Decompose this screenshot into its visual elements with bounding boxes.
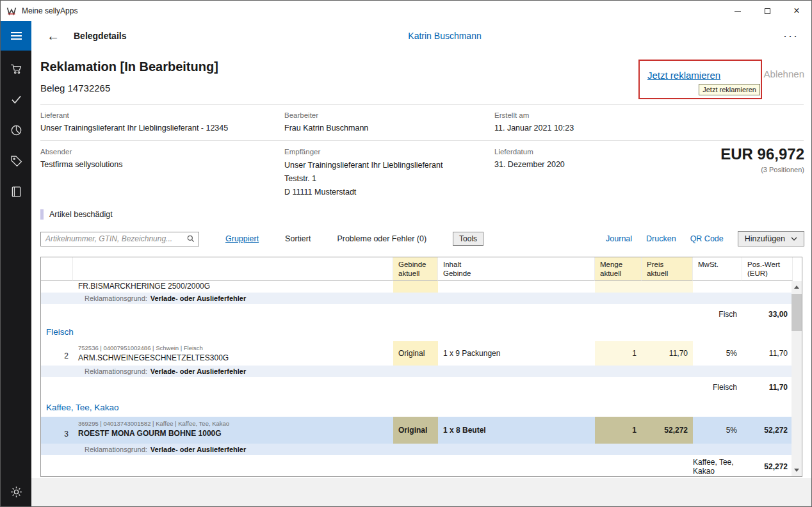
- table-row-selected[interactable]: 3 369295 | 04013743001582 | Kaffee | Kaf…: [41, 417, 793, 444]
- field-absender: Absender Testfirma sellysolutions: [40, 148, 123, 169]
- jetzt-reklamieren-link[interactable]: Jetzt reklamieren: [647, 70, 720, 81]
- toolbar: Gruppiert Sortiert Probleme oder Fehler …: [40, 230, 804, 247]
- row-number-cell: [41, 281, 73, 293]
- field-value: Unser Trainingslieferant Ihr Lieblingsli…: [40, 124, 228, 133]
- footer-strip: [31, 478, 811, 506]
- catalog-book-icon: [10, 185, 23, 198]
- header-gebinde: Gebinde aktuell: [393, 257, 438, 281]
- header-line: (EUR): [747, 270, 787, 278]
- positions-table: Gebinde aktuell Inhalt Gebinde Menge akt…: [40, 257, 802, 477]
- toolbar-right: Journal Drucken QR Code Hinzufügen: [606, 231, 804, 246]
- scroll-down-icon[interactable]: [794, 469, 799, 472]
- header-rownum: [41, 257, 73, 281]
- status-note-text: Artikel beschädigt: [49, 210, 113, 219]
- article-title: FR.BISMARCKHERINGE 2500/2000G: [73, 281, 393, 293]
- qr-code-link[interactable]: QR Code: [690, 234, 724, 243]
- header-line: Gebinde: [398, 261, 432, 270]
- sidebar-item-statistics[interactable]: [10, 124, 23, 137]
- subtotal-value: 33,00: [742, 308, 793, 321]
- field-lieferdatum: Lieferdatum 31. Dezember 2020: [494, 148, 565, 169]
- sidebar-nav: [10, 62, 23, 198]
- header-mwst: MwSt.: [693, 257, 742, 281]
- price-tag-icon: [10, 154, 23, 168]
- journal-link[interactable]: Journal: [606, 234, 632, 243]
- document-number: Beleg 14732265: [40, 83, 110, 93]
- divider: [40, 104, 804, 105]
- maximize-button[interactable]: [752, 1, 782, 21]
- menge-cell: [595, 281, 642, 293]
- app-logo-icon: [6, 6, 17, 16]
- header-line: MwSt.: [698, 261, 736, 270]
- field-value: Frau Katrin Buschmann: [284, 124, 368, 133]
- inhalt-cell: 1 x 8 Beutel: [438, 417, 595, 444]
- minimize-button[interactable]: [723, 1, 752, 21]
- header-line: Menge: [600, 261, 636, 270]
- header-line: aktuell: [398, 270, 432, 278]
- header-line: Pos.-Wert: [747, 261, 787, 270]
- more-options-button[interactable]: ···: [783, 29, 799, 43]
- mwst-cell: 5%: [693, 341, 742, 366]
- app-window: Meine sellyApps ×: [0, 0, 812, 507]
- preis-cell: 52,272: [642, 417, 693, 444]
- grund-value: Verlade- oder Auslieferfehler: [150, 446, 246, 453]
- scrollbar-thumb[interactable]: [792, 294, 802, 331]
- settings-button[interactable]: [10, 485, 23, 499]
- sidebar-item-cart[interactable]: [10, 62, 23, 76]
- row-number-cell: 3: [41, 417, 73, 444]
- shopping-cart-icon: [10, 62, 23, 76]
- chevron-down-icon: [791, 237, 797, 241]
- field-value: Testfirma sellysolutions: [40, 160, 123, 169]
- menu-button[interactable]: [1, 21, 31, 51]
- field-label: Lieferdatum: [494, 148, 565, 156]
- hinzufuegen-button[interactable]: Hinzufügen: [738, 231, 804, 246]
- toolbar-left: Gruppiert Sortiert Probleme oder Fehler …: [225, 232, 483, 246]
- field-label: Empfänger: [284, 148, 443, 156]
- field-erstellt-am: Erstellt am 11. Januar 2021 10:23: [494, 111, 574, 133]
- article-meta: 752536 | 04007951002486 | Schwein | Flei…: [78, 344, 388, 351]
- row-number-cell: 2: [41, 341, 73, 366]
- article-meta: 369295 | 04013743001582 | Kaffee | Kaffe…: [78, 420, 388, 427]
- gebinde-cell: Original: [393, 417, 438, 444]
- total-positions: (3 Positionen): [720, 166, 804, 173]
- subtotal-row-kaffee: Kaffee, Tee, Kakao 52,272: [41, 458, 793, 471]
- poswert-cell: 11,70: [742, 341, 793, 366]
- subtotal-row-fisch: Fisch 33,00: [41, 308, 793, 321]
- inhalt-cell: [438, 281, 595, 293]
- back-button[interactable]: ←: [47, 29, 60, 42]
- app-header: ← Belegdetails Katrin Buschmann ···: [31, 21, 811, 51]
- minimize-icon: [735, 11, 741, 12]
- table-row[interactable]: 2 752536 | 04007951002486 | Schwein | Fl…: [41, 341, 793, 366]
- inhalt-cell: 1 x 9 Packungen: [438, 341, 595, 366]
- sidebar-item-offers[interactable]: [10, 154, 23, 168]
- header-line: Preis: [647, 261, 687, 270]
- tooltip: Jetzt reklamieren: [699, 84, 760, 95]
- subtotal-label: Fisch: [693, 308, 742, 321]
- sidebar-item-tasks[interactable]: [10, 93, 23, 106]
- main-content: Reklamation [In Bearbeitung] Beleg 14732…: [31, 51, 812, 478]
- gebinde-cell: Original: [393, 341, 438, 366]
- field-label: Absender: [40, 148, 123, 156]
- gruppiert-link[interactable]: Gruppiert: [225, 234, 259, 243]
- subtotal-value: 52,272: [742, 458, 793, 476]
- grund-label: Reklamationsgrund:: [85, 367, 147, 375]
- reklamationsgrund-row: Reklamationsgrund: Verlade- oder Auslief…: [41, 366, 802, 377]
- table-scrollbar[interactable]: [792, 281, 802, 476]
- checkmark-icon: [10, 93, 23, 106]
- group-header-kaffee: Kaffee, Tee, Kakao: [41, 394, 802, 417]
- field-label: Lieferant: [40, 111, 228, 119]
- empfaenger-line: D 11111 Musterstadt: [284, 186, 443, 199]
- sidebar-item-catalog[interactable]: [10, 185, 23, 198]
- header-menge: Menge aktuell: [595, 257, 642, 281]
- table-row[interactable]: FR.BISMARCKHERINGE 2500/2000G: [41, 281, 793, 293]
- field-empfaenger: Empfänger Unser Trainingslieferant Ihr L…: [284, 148, 443, 199]
- sortiert-link[interactable]: Sortiert: [285, 234, 311, 243]
- tools-button[interactable]: Tools: [453, 232, 483, 246]
- ablehnen-button[interactable]: Ablehnen: [764, 68, 804, 79]
- drucken-link[interactable]: Drucken: [646, 234, 676, 243]
- search-input[interactable]: [41, 234, 186, 243]
- probleme-link[interactable]: Probleme oder Fehler (0): [337, 234, 426, 243]
- poswert-cell: 52,272: [742, 417, 793, 444]
- scroll-up-icon[interactable]: [794, 286, 799, 289]
- mwst-cell: 5%: [693, 417, 742, 444]
- close-button[interactable]: ×: [782, 1, 811, 21]
